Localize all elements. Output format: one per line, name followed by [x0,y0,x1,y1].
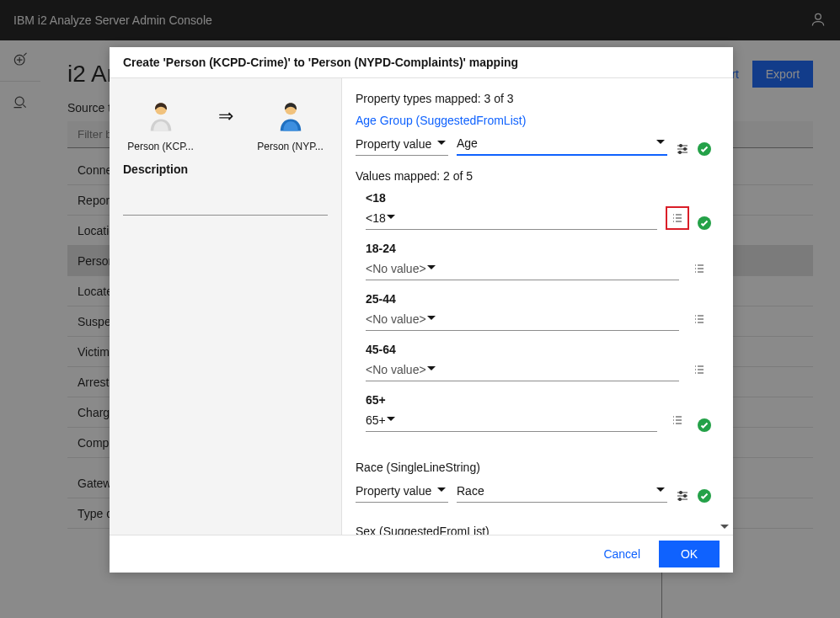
value-label: <18 [366,191,711,205]
cancel-button[interactable]: Cancel [591,541,652,567]
arrow-right-icon: ⇒ [218,105,233,127]
chevron-down-icon [655,484,666,498]
property-types-mapped: Property types mapped: 3 of 3 [356,92,711,105]
chevron-down-icon [436,484,447,498]
mapping-modal: Create 'Person (KCPD-Crime)' to 'Person … [110,47,733,573]
modal-footer: Cancel OK [110,535,733,573]
list-selection-icon[interactable] [666,206,689,230]
modal-title: Create 'Person (KCPD-Crime)' to 'Person … [110,47,733,77]
value-target-select[interactable]: 65+ [366,408,657,432]
list-selection-icon[interactable] [688,307,711,331]
value-label: 45-64 [366,343,711,356]
person-target-icon [273,99,308,134]
ok-button[interactable]: OK [659,541,720,567]
age-values-mapped: Values mapped: 2 of 5 [356,169,711,183]
age-mode-select[interactable]: Property value [356,132,448,156]
status-ok-icon [698,142,711,156]
value-target-select[interactable]: <No value> [366,307,679,331]
status-ok-icon [698,216,711,230]
race-target-value: Race [457,484,484,498]
value-label: 25-44 [366,292,711,306]
value-target-select[interactable]: <No value> [366,358,679,381]
chevron-down-icon [426,262,436,275]
list-selection-icon[interactable] [666,408,689,432]
age-mode-value: Property value [356,137,431,151]
race-mode-value: Property value [356,484,431,498]
description-field-underline[interactable] [123,215,328,216]
avatar-source-caption: Person (KCP... [124,141,198,152]
section-age-title: Age Group (SuggestedFromList) [356,114,711,127]
list-selection-icon[interactable] [688,257,711,280]
value-target-select[interactable]: <18 [366,206,657,230]
svg-point-6 [684,148,687,151]
value-label: 65+ [366,393,711,407]
svg-point-12 [684,495,687,498]
modal-right-scroll[interactable]: Property types mapped: 3 of 3 Age Group … [342,78,733,535]
value-label: 18-24 [366,242,711,255]
list-selection-icon[interactable] [688,358,711,381]
svg-point-13 [679,498,682,501]
age-target-select[interactable]: Age [457,132,667,156]
person-source-icon [143,99,179,134]
scroll-down-arrow-icon[interactable] [720,521,730,531]
settings-adjust-icon[interactable] [676,489,689,503]
chevron-down-icon [386,211,396,225]
description-label: Description [123,162,328,176]
modal-left-panel: Person (KCP... ⇒ Person (NYP... Descript… [110,78,342,535]
chevron-down-icon [436,137,447,151]
value-target-select[interactable]: <No value> [366,257,679,280]
svg-point-7 [679,152,682,154]
age-target-value: Age [457,136,478,150]
race-target-select[interactable]: Race [457,479,667,503]
section-sex-title: Sex (SuggestedFromList) [356,525,711,535]
svg-point-11 [680,492,682,494]
section-race-title: Race (SingleLineString) [356,461,711,474]
avatar-target-caption: Person (NYP... [254,141,328,152]
modal-right-panel: Property types mapped: 3 of 3 Age Group … [342,78,733,535]
status-ok-icon [698,418,711,432]
chevron-down-icon [426,312,436,326]
chevron-down-icon [655,136,666,150]
status-ok-icon [698,489,711,503]
svg-point-5 [680,145,682,147]
race-mode-select[interactable]: Property value [356,479,448,503]
chevron-down-icon [386,413,396,427]
settings-adjust-icon[interactable] [676,142,689,156]
chevron-down-icon [426,363,436,376]
